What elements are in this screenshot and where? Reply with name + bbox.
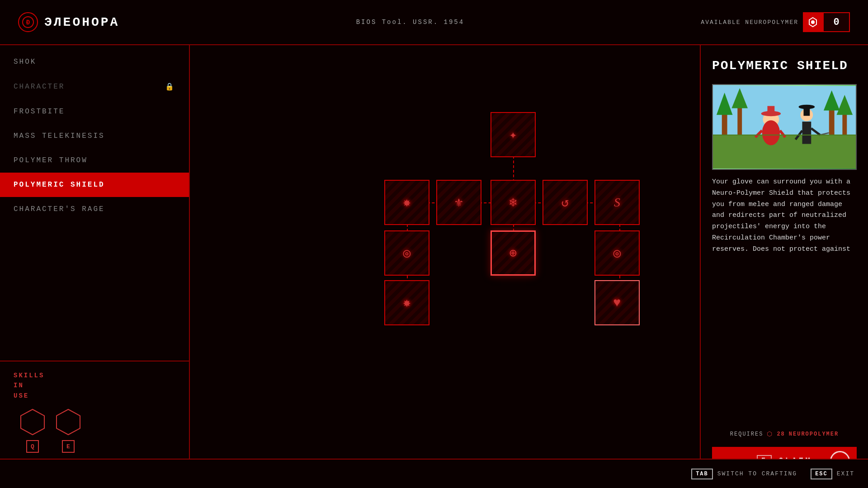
svg-rect-8 xyxy=(722,113,727,135)
hex-e xyxy=(54,408,83,436)
skill-node-bot-left[interactable]: ✸ xyxy=(384,280,429,325)
skill-icon-mid-left1: ✸ xyxy=(403,195,411,210)
sidebar-item-frostbite[interactable]: FROSTBITE xyxy=(0,99,189,124)
skill-icon-mid-right: S xyxy=(614,195,620,210)
svg-rect-12 xyxy=(829,108,835,135)
svg-point-25 xyxy=(799,104,815,109)
skills-title: SKILLS IN USE xyxy=(14,371,175,401)
bottom-bar: TAB SWITCH TO CRAFTING ESC EXIT xyxy=(0,459,868,488)
sidebar-item-polymer-throw[interactable]: POLYMER THROW xyxy=(0,148,189,173)
svg-point-17 xyxy=(762,120,780,145)
np-req-amount: 28 xyxy=(777,431,785,437)
skill-description: Your glove can surround you with a Neuro… xyxy=(712,177,857,421)
skill-tile-mid-center-left[interactable]: ⚜ xyxy=(436,180,481,225)
skill-node-low-left[interactable]: ◎ xyxy=(384,230,429,276)
neuropolymer-count: 0 xyxy=(823,12,850,32)
skill-slot-q: Q xyxy=(18,408,47,453)
lock-icon: 🔒 xyxy=(165,82,175,91)
skill-tile-bot-right[interactable]: ♥ xyxy=(594,280,640,325)
logo-area: Ð ЭЛЕОНОРА xyxy=(18,12,119,32)
svg-rect-7 xyxy=(713,135,856,168)
skill-tile-low-center[interactable]: ⊕ xyxy=(491,230,536,276)
available-neuropolymer-label: AVAILABLE NEUROPOLYMER xyxy=(701,19,798,26)
requires-row: REQUIRES ⬡ 28 NEUROPOLYMER xyxy=(712,430,857,438)
skill-icon-bot-left: ✸ xyxy=(403,295,411,310)
skill-tile-mid-right[interactable]: S xyxy=(594,180,640,225)
exit-label: EXIT xyxy=(837,470,854,477)
skill-node-mid-center[interactable]: ❄ xyxy=(491,180,536,225)
skill-icon-mid-center: ❄ xyxy=(509,195,517,210)
header: Ð ЭЛЕОНОРА BIOS Tool. USSR. 1954 AVAILAB… xyxy=(0,0,868,45)
skill-detail-title: POLYMERIC SHIELD xyxy=(712,59,857,73)
neuropolymer-counter: 0 xyxy=(803,12,850,32)
header-right: AVAILABLE NEUROPOLYMER 0 xyxy=(701,12,850,32)
sidebar-item-mass-telekinesis[interactable]: MASS TELEKINESIS xyxy=(0,124,189,148)
skill-tile-mid-center-right[interactable]: ↺ xyxy=(542,180,588,225)
skill-tile-mid-center[interactable]: ❄ xyxy=(491,180,536,225)
skill-node-mid-left1[interactable]: ✸ xyxy=(384,180,429,225)
sidebar-item-characters-rage[interactable]: CHARACTER'S RAGE xyxy=(0,197,189,221)
requires-label: REQUIRES xyxy=(730,431,764,437)
skill-tile-mid-left1[interactable]: ✸ xyxy=(384,180,429,225)
sidebar-item-shok[interactable]: SHOK xyxy=(0,50,189,74)
sidebar-item-character[interactable]: CHARACTER 🔒 xyxy=(0,74,189,99)
sidebar-item-polymeric-shield[interactable]: POLYMERIC SHIELD xyxy=(0,173,189,197)
skill-icon-top-center: ✦ xyxy=(509,127,517,142)
svg-point-3 xyxy=(811,20,815,24)
sidebar-menu: SHOK CHARACTER 🔒 FROSTBITE MASS TELEKINE… xyxy=(0,45,189,361)
skill-tile-bot-left[interactable]: ✸ xyxy=(384,280,429,325)
skill-node-mid-right[interactable]: S xyxy=(594,180,640,225)
skill-icon-low-center: ⊕ xyxy=(509,245,517,261)
skill-node-mid-center-right[interactable]: ↺ xyxy=(542,180,588,225)
logo-icon: Ð xyxy=(18,12,38,32)
skill-tile-low-right[interactable]: ◎ xyxy=(594,230,640,276)
svg-rect-14 xyxy=(842,113,847,135)
np-req-icon: ⬡ xyxy=(767,430,773,438)
switch-to-crafting-button[interactable]: TAB SWITCH TO CRAFTING xyxy=(691,469,797,479)
neuropolymer-icon xyxy=(803,12,823,32)
svg-rect-10 xyxy=(737,106,742,135)
svg-text:Ð: Ð xyxy=(26,19,30,26)
sidebar: SHOK CHARACTER 🔒 FROSTBITE MASS TELEKINE… xyxy=(0,45,190,488)
skill-icon-bot-right: ♥ xyxy=(613,296,621,310)
svg-rect-23 xyxy=(802,122,811,144)
e-key-badge: E xyxy=(62,440,75,453)
tab-key: TAB xyxy=(691,469,713,479)
crafting-label: SWITCH TO CRAFTING xyxy=(717,470,797,477)
hex-q xyxy=(18,408,47,436)
skill-node-low-center[interactable]: ⊕ xyxy=(491,230,536,276)
np-req-currency: NEUROPOLYMER xyxy=(789,431,839,437)
character-name: ЭЛЕОНОРА xyxy=(44,15,119,29)
exit-button[interactable]: ESC EXIT xyxy=(811,469,854,479)
skill-icon-low-left: ◎ xyxy=(403,245,411,261)
skill-tile-low-left[interactable]: ◎ xyxy=(384,230,429,276)
main-content: SHOK CHARACTER 🔒 FROSTBITE MASS TELEKINE… xyxy=(0,45,868,488)
svg-marker-5 xyxy=(57,409,80,435)
skill-node-mid-center-left[interactable]: ⚜ xyxy=(436,180,481,225)
skill-icon-mid-center-right: ↺ xyxy=(561,195,569,210)
skill-node-top-center[interactable]: ✦ xyxy=(491,112,536,157)
esc-key: ESC xyxy=(811,469,832,479)
svg-rect-19 xyxy=(767,106,774,114)
skill-slots: Q E xyxy=(18,408,175,453)
q-key-badge: Q xyxy=(26,440,39,453)
skill-node-low-right[interactable]: ◎ xyxy=(594,230,640,276)
bios-tool-label: BIOS Tool. USSR. 1954 xyxy=(119,19,701,26)
skill-icon-low-right: ◎ xyxy=(613,245,621,261)
skill-tree-area: ✦ ✸ ⚜ ❄ ↺ S xyxy=(190,45,701,488)
skill-node-bot-right[interactable]: ♥ xyxy=(594,280,640,325)
skill-tile-top-center[interactable]: ✦ xyxy=(491,112,536,157)
skill-slot-e: E xyxy=(54,408,83,453)
svg-marker-4 xyxy=(21,409,44,435)
skill-image xyxy=(712,84,857,170)
skill-icon-mid-center-left: ⚜ xyxy=(455,195,463,210)
right-panel: POLYMERIC SHIELD xyxy=(701,45,868,488)
